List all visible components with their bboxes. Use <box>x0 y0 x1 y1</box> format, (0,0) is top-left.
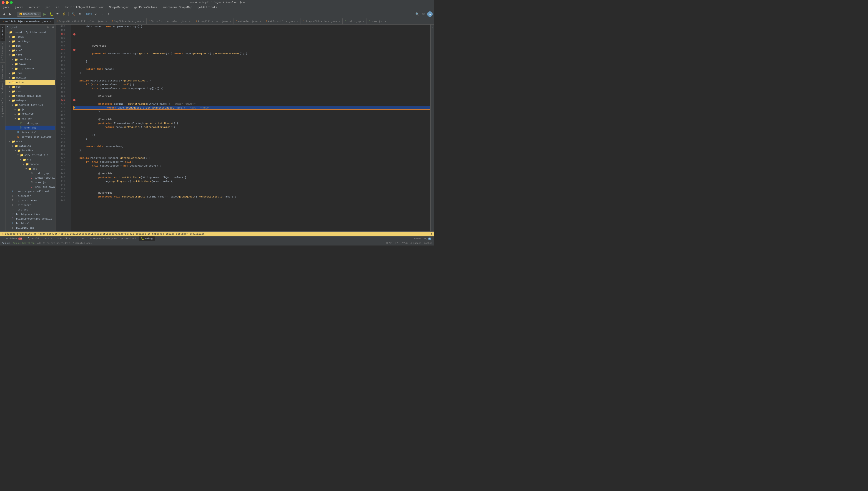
back-button[interactable]: ◀ <box>1 11 7 17</box>
vtab-json-parser[interactable]: JSON Parser <box>0 62 5 81</box>
tree-index-html[interactable]: H index.html <box>5 130 55 135</box>
status-indent[interactable]: 4 spaces <box>410 242 421 244</box>
bottom-tab-sequence[interactable]: ⇄ Sequence Diagram <box>88 236 119 241</box>
menu-servlet[interactable]: servlet <box>28 6 41 9</box>
settings-button[interactable]: ⚙ <box>421 11 426 17</box>
tree-build-properties[interactable]: P build.properties <box>5 212 55 216</box>
bottom-tab-debug[interactable]: 🐛 Debug <box>139 236 155 241</box>
bottom-tab-problems[interactable]: ⚠ Problems 15 <box>1 236 25 241</box>
git-update-button[interactable]: ↓ <box>99 11 105 17</box>
menu-el[interactable]: el <box>55 6 60 9</box>
bottom-tab-profiler[interactable]: ⚡ Profiler <box>55 236 74 241</box>
close-tab-10-icon[interactable]: × <box>385 20 386 23</box>
vtab-big-data[interactable]: Big Data Tools <box>0 96 5 119</box>
tree-servlet-test[interactable]: ▼ 📁 servlet-test-1.0 <box>5 103 55 107</box>
close-tab-2-icon[interactable]: × <box>105 20 107 23</box>
tab-ast-value[interactable]: J AstValue.java × <box>234 19 263 24</box>
debug-config-status[interactable]: Debug: Bootstrap <box>13 242 35 244</box>
tree-conf[interactable]: ▶ 📁 conf <box>5 48 55 53</box>
bottom-tab-git[interactable]: ⎇ Git <box>41 236 55 241</box>
close-tab-6-icon[interactable]: × <box>259 20 261 23</box>
bottom-tab-event-log[interactable]: Event Log 7 <box>411 236 433 241</box>
tree-classpath[interactable]: ○ .classpath <box>5 194 55 198</box>
menu-java[interactable]: java <box>2 6 10 9</box>
tree-ant-targets[interactable]: X .ant-targets-build.xml <box>5 189 55 194</box>
tree-index-jsp[interactable]: P index.jsp <box>5 121 55 125</box>
tree-war[interactable]: W servlet-test-1.0.war <box>5 135 55 139</box>
tree-index-jsp-java[interactable]: J index_jsp.java <box>5 176 55 180</box>
close-tab-7-icon[interactable]: × <box>297 20 298 23</box>
tree-settings[interactable]: ▶ 📁 .settings <box>5 39 55 44</box>
tab-show-jsp[interactable]: P show.jsp × <box>367 19 389 24</box>
tree-localhost[interactable]: ▼ 📁 localhost <box>5 148 55 153</box>
minimize-button[interactable] <box>6 1 9 4</box>
tree-logs[interactable]: ▶ 📁 logs <box>5 71 55 76</box>
tree-org-apache[interactable]: ▶ 📁 org apache <box>5 66 55 71</box>
tree-jsp-folder[interactable]: ▼ 📁 jsp <box>5 167 55 171</box>
bottom-tab-build[interactable]: 🔨 Build <box>25 236 41 241</box>
right-panel-btn[interactable]: ⋮ <box>431 26 434 28</box>
vtab-database[interactable]: Database <box>0 81 5 96</box>
run-config-selector[interactable]: 🐱 Bootstrap ▾ <box>17 11 41 17</box>
search-everywhere-button[interactable]: 🔍 <box>414 11 420 17</box>
git-push-button[interactable]: ↑ <box>106 11 111 17</box>
bottom-tab-terminal[interactable]: ▶ Terminal <box>119 236 138 241</box>
debug-settings-icon[interactable]: ⚙ <box>431 233 432 235</box>
tab-implicit-resolver[interactable]: J ImplicitObjectELResolver.java × <box>0 19 54 24</box>
panel-tool-settings[interactable]: ⚙ <box>52 26 54 29</box>
forward-button[interactable]: ▶ <box>8 11 13 17</box>
close-tab-4-icon[interactable]: × <box>189 20 190 23</box>
tree-res[interactable]: ▶ 📁 res <box>5 85 55 89</box>
tree-work[interactable]: ▼ 📁 work <box>5 139 55 144</box>
tree-webapps[interactable]: ▼ 📁 webapps <box>5 98 55 103</box>
tab-map-resolver[interactable]: J MapELResolver.java × <box>110 19 147 24</box>
tree-show-jsp-class[interactable]: C show_jsp <box>5 180 55 185</box>
tab-ast-ident[interactable]: J AstIdentifier.java × <box>263 19 301 24</box>
tab-value-expr[interactable]: J ValueExpressionImpl.java × <box>147 19 193 24</box>
tree-java[interactable]: ▼ 📁 java <box>5 53 55 57</box>
tree-build-properties-default[interactable]: P build.properties.default <box>5 216 55 221</box>
run-button[interactable]: ▶ <box>42 11 48 17</box>
coverage-button[interactable]: ☂ <box>55 11 60 17</box>
tree-idea[interactable]: ▶ 📁 .idea <box>5 35 55 39</box>
close-button[interactable] <box>2 1 4 4</box>
close-tab-9-icon[interactable]: × <box>363 20 364 23</box>
debug-button[interactable]: 🐛 <box>49 11 54 17</box>
menu-resolver[interactable]: ImplicitObjectELResolver <box>63 6 104 9</box>
tab-array-resolver[interactable]: J ArrayELResolver.java × <box>193 19 234 24</box>
avatar[interactable]: A <box>427 11 433 17</box>
tree-gitattributes[interactable]: T .gitattributes <box>5 198 55 203</box>
status-encoding[interactable]: UTF-8 <box>401 242 408 244</box>
panel-tool-collapse[interactable]: — <box>50 26 51 29</box>
status-position[interactable]: 422:1 <box>386 242 393 244</box>
close-tab-5-icon[interactable]: × <box>229 20 231 23</box>
tree-test[interactable]: ▶ 📁 test <box>5 89 55 94</box>
menu-scopemanager[interactable]: ScopeManager <box>108 6 130 9</box>
tree-output[interactable]: ▶ 📁 output <box>5 80 55 85</box>
vtab-structure[interactable]: Structure <box>0 25 5 41</box>
tree-tomcat-build-libs[interactable]: ▶ 📁 tomcat-build-libs <box>5 94 55 98</box>
tab-jasper[interactable]: J JasperELResolver.java × <box>301 19 343 24</box>
tree-root[interactable]: ▼ 📁 tomcat ~/gitlab/tomcat <box>5 30 55 35</box>
status-vcs[interactable]: master <box>424 242 432 244</box>
build-button[interactable]: 🔨 <box>70 11 76 17</box>
tree-bin[interactable]: ▶ 📁 bin <box>5 44 55 48</box>
tree-index-jsp-class[interactable]: C index_jsp <box>5 171 55 176</box>
tree-servlet-test-work[interactable]: ▼ 📁 servlet-test-1.0 <box>5 153 55 157</box>
bottom-tab-todo[interactable]: ☑ TODO <box>74 236 88 241</box>
menu-getparamvalues[interactable]: getParamValues <box>133 6 158 9</box>
code-content[interactable]: this.param = new ScopeMap<String>(){ @Ov… <box>71 25 430 231</box>
window-controls[interactable] <box>2 1 13 4</box>
vtab-pull-requests[interactable]: Pull Requests <box>0 41 5 62</box>
tree-com-luban[interactable]: ▶ 📁 com.luban <box>5 57 55 62</box>
tree-javax[interactable]: ▶ 📁 javax <box>5 62 55 66</box>
maximize-button[interactable] <box>10 1 13 4</box>
tree-org[interactable]: ▼ 📁 org <box>5 157 55 162</box>
menu-anon-scopemap[interactable]: anonymous ScopeMap <box>162 6 193 9</box>
tab-scoped-attr[interactable]: J ScopedAttributeELResolver.java × <box>54 19 110 24</box>
project-dropdown-icon[interactable]: ▾ <box>18 26 20 29</box>
git-check-button[interactable]: ✓ <box>93 11 98 17</box>
tab-index-jsp[interactable]: P index.jsp × <box>343 19 367 24</box>
tree-build-xml[interactable]: X build.xml <box>5 221 55 226</box>
tree-show-jsp[interactable]: P show.jsp <box>5 125 55 130</box>
